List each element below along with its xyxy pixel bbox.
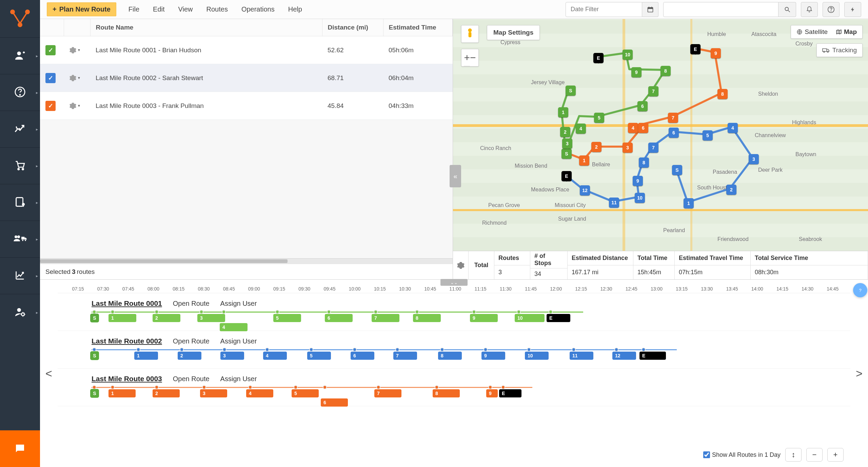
gantt-bar[interactable]: 6: [351, 352, 374, 360]
map-option[interactable]: Map: [836, 28, 857, 36]
notifications-button[interactable]: [801, 2, 818, 17]
sidebar-item-addressbook[interactable]: ▸: [0, 184, 40, 221]
map-marker[interactable]: 1: [684, 198, 694, 208]
gantt-bar[interactable]: 8: [438, 352, 462, 360]
sidebar-item-orders[interactable]: ▸: [0, 147, 40, 184]
search-button[interactable]: [778, 2, 796, 17]
open-route-link[interactable]: Open Route: [173, 375, 210, 383]
map-marker[interactable]: 10: [623, 50, 633, 60]
gantt-bar[interactable]: 8: [413, 314, 441, 322]
assign-user-link[interactable]: Assign User: [220, 375, 257, 383]
chat-button[interactable]: [0, 430, 40, 467]
gantt-bar[interactable]: 5: [307, 352, 331, 360]
map-marker[interactable]: 9: [711, 48, 721, 58]
zoom-out-button[interactable]: −: [470, 49, 476, 66]
timeline-next-button[interactable]: >: [850, 280, 868, 467]
timeline-route-name[interactable]: Last Mile Route 0001: [92, 299, 162, 307]
gantt-bar[interactable]: 7: [393, 352, 417, 360]
map-marker[interactable]: 1: [558, 107, 568, 117]
collapse-timeline-handle[interactable]: ⌄⌄: [440, 279, 468, 286]
collapse-routes-handle[interactable]: «: [450, 165, 461, 187]
timeline-fit-button[interactable]: ↕: [785, 448, 802, 462]
map-marker[interactable]: 6: [637, 101, 648, 111]
map-marker[interactable]: 3: [749, 154, 759, 164]
route-gear-menu[interactable]: ▼: [69, 74, 85, 82]
gantt-bar[interactable]: 4: [220, 323, 248, 331]
zoom-in-button[interactable]: +: [464, 49, 470, 66]
summary-settings-button[interactable]: [453, 251, 469, 279]
gantt-bar[interactable]: 7: [372, 314, 399, 322]
gantt-bar[interactable]: E: [639, 352, 666, 360]
gantt-bar[interactable]: 11: [570, 352, 593, 360]
route-gear-menu[interactable]: ▼: [69, 46, 85, 54]
bolt-button[interactable]: [844, 2, 861, 17]
gantt-bar[interactable]: 3: [220, 352, 244, 360]
gantt-bar[interactable]: 9: [470, 314, 498, 322]
menu-edit[interactable]: Edit: [153, 5, 164, 13]
route-checkbox[interactable]: ✓: [45, 101, 56, 111]
gantt-bar[interactable]: 10: [515, 314, 545, 322]
gantt-bar[interactable]: 10: [525, 352, 549, 360]
streetview-pegman[interactable]: [461, 25, 479, 43]
gantt-bar[interactable]: 1: [108, 389, 136, 397]
gantt-bar[interactable]: 1: [108, 314, 136, 322]
gantt-bar[interactable]: 12: [612, 352, 636, 360]
sidebar-item-user-settings[interactable]: ▸: [0, 294, 40, 331]
sidebar-item-add-user[interactable]: ▸: [0, 37, 40, 74]
routes-horizontal-scrollbar[interactable]: [40, 258, 453, 264]
gantt-bar[interactable]: 5: [292, 389, 319, 397]
map-type-toggle[interactable]: Satellite Map: [791, 25, 863, 39]
timeline-zoom-in-button[interactable]: +: [827, 448, 844, 462]
sidebar-item-drivers[interactable]: ▸: [0, 221, 40, 257]
gantt-bar[interactable]: 6: [321, 398, 348, 407]
map-marker[interactable]: E: [593, 53, 604, 63]
map-marker[interactable]: S: [672, 165, 682, 175]
map-marker[interactable]: 6: [638, 123, 648, 133]
map-marker[interactable]: 10: [635, 193, 645, 203]
gantt-bar[interactable]: 9: [481, 352, 505, 360]
map-marker[interactable]: 4: [728, 123, 738, 133]
tracking-button[interactable]: Tracking: [816, 43, 863, 57]
gantt-bar[interactable]: 8: [433, 389, 460, 397]
map-marker[interactable]: 8: [660, 66, 671, 76]
open-route-link[interactable]: Open Route: [173, 337, 210, 345]
plan-new-route-button[interactable]: + Plan New Route: [47, 2, 116, 16]
search-input[interactable]: [663, 2, 778, 17]
gantt-bar[interactable]: 2: [153, 389, 180, 397]
route-checkbox[interactable]: ✓: [45, 45, 56, 55]
timeline-route-name[interactable]: Last Mile Route 0002: [92, 337, 162, 345]
gantt-bar[interactable]: 3: [197, 314, 225, 322]
col-distance[interactable]: Distance (mi): [322, 19, 383, 36]
map-marker[interactable]: 6: [669, 128, 679, 138]
map-marker[interactable]: 2: [560, 127, 570, 137]
map-settings-button[interactable]: Map Settings: [487, 25, 540, 40]
map-marker[interactable]: 11: [609, 198, 619, 208]
map-marker[interactable]: 4: [576, 124, 586, 134]
gantt-start[interactable]: S: [90, 389, 99, 398]
map-marker[interactable]: 8: [717, 89, 728, 99]
sidebar-item-trends[interactable]: ▸: [0, 111, 40, 147]
gantt-bar[interactable]: 3: [200, 389, 227, 397]
route-row[interactable]: ✓ ▼ Last Mile Route 0003 - Frank Pullman…: [40, 92, 453, 120]
gantt-bar[interactable]: 9: [486, 389, 498, 397]
gantt-bar[interactable]: 7: [374, 389, 401, 397]
map-marker[interactable]: 12: [580, 185, 590, 195]
timeline-zoom-out-button[interactable]: −: [806, 448, 823, 462]
map-marker[interactable]: 4: [628, 123, 638, 133]
timeline-prev-button[interactable]: <: [40, 280, 58, 467]
map-marker[interactable]: 5: [703, 130, 713, 141]
route-gear-menu[interactable]: ▼: [69, 102, 85, 110]
map-marker[interactable]: 2: [726, 185, 736, 195]
gantt-bar[interactable]: 6: [325, 314, 353, 322]
map-marker[interactable]: 7: [648, 143, 658, 153]
open-route-link[interactable]: Open Route: [173, 300, 210, 307]
floating-help-button[interactable]: ?: [853, 283, 867, 297]
gantt-start[interactable]: S: [90, 351, 99, 360]
map-marker[interactable]: 9: [631, 67, 642, 77]
map-marker[interactable]: 3: [623, 143, 633, 153]
gantt-start[interactable]: S: [90, 314, 99, 322]
map-marker[interactable]: 5: [594, 113, 604, 123]
col-route-name[interactable]: Route Name: [90, 19, 322, 36]
map-marker[interactable]: S: [566, 86, 576, 96]
route-row[interactable]: ✓ ▼ Last Mile Route 0002 - Sarah Stewart…: [40, 64, 453, 92]
